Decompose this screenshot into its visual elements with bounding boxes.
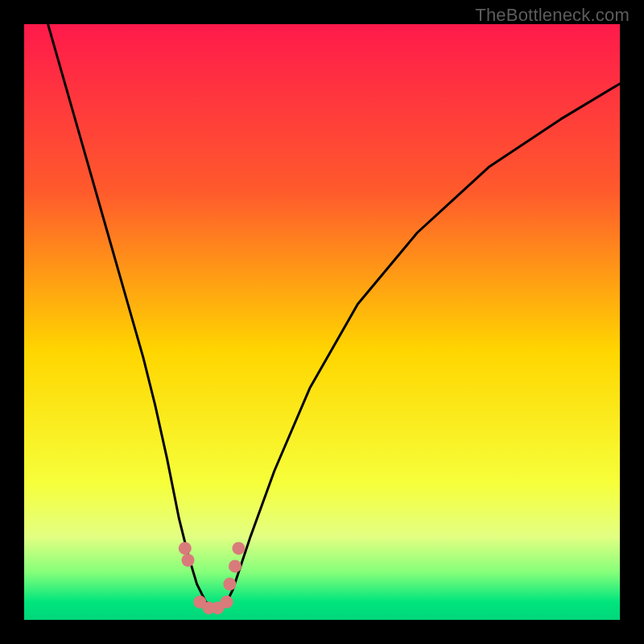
highlight-point (223, 578, 236, 591)
highlight-point (232, 542, 245, 555)
curve-layer (24, 24, 620, 620)
watermark-text: TheBottleneck.com (475, 5, 630, 26)
chart-frame: TheBottleneck.com (0, 0, 644, 644)
highlight-point (182, 554, 195, 567)
highlight-point (179, 542, 192, 555)
bottleneck-curve (48, 24, 620, 608)
highlight-point (221, 596, 233, 609)
plot-area (24, 24, 620, 620)
highlight-point (229, 559, 242, 572)
